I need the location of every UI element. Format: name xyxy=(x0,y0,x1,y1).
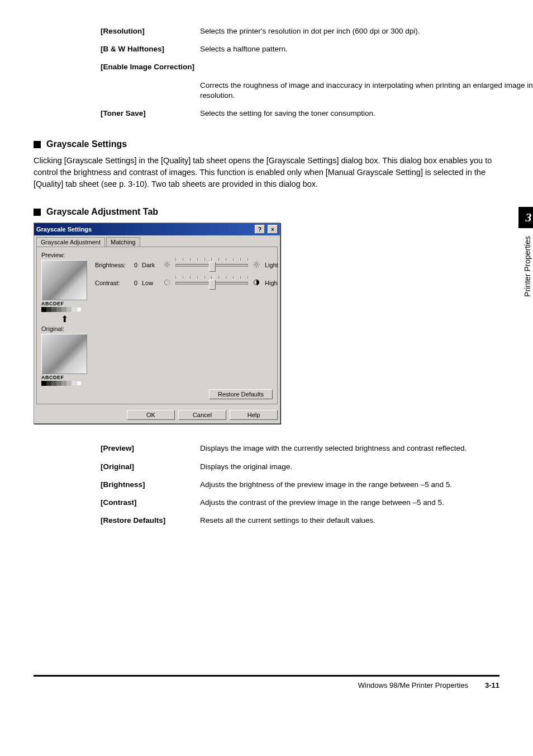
definition-row: [Brightness]Adjusts the brightness of th… xyxy=(101,476,533,494)
section-grayscale-settings: Grayscale Settings xyxy=(34,139,499,149)
svg-line-5 xyxy=(165,262,165,263)
contrast-slider[interactable] xyxy=(175,277,248,289)
top-definition-table: [Resolution]Selects the printer's resolu… xyxy=(101,22,533,122)
definition-row: [Resolution]Selects the printer's resolu… xyxy=(101,22,533,40)
definition-desc: Adjusts the brightness of the preview im… xyxy=(200,476,533,494)
definition-term xyxy=(101,77,200,105)
close-icon[interactable]: × xyxy=(268,225,278,234)
contrast-value: 0 xyxy=(131,280,137,286)
svg-line-8 xyxy=(169,262,169,263)
definition-term: [Brightness] xyxy=(101,476,200,494)
restore-defaults-button[interactable]: Restore Defaults xyxy=(209,389,273,399)
original-label: Original: xyxy=(41,325,87,332)
definition-desc: Displays the original image. xyxy=(200,458,533,476)
svg-point-9 xyxy=(255,263,258,266)
bottom-definition-table: [Preview]Displays the image with the cur… xyxy=(101,440,533,530)
svg-point-0 xyxy=(166,263,169,266)
definition-desc: Selects a halftone pattern. xyxy=(200,40,533,58)
svg-line-17 xyxy=(258,262,259,263)
dialog-title: Grayscale Settings xyxy=(36,226,92,233)
ok-button[interactable]: OK xyxy=(127,410,175,420)
preview-palette xyxy=(41,307,87,312)
contrast-high-icon xyxy=(253,278,260,287)
preview-thumbnail xyxy=(41,260,87,300)
definition-term: [Original] xyxy=(101,458,200,476)
help-icon[interactable]: ? xyxy=(255,225,265,234)
contrast-label: Contrast: xyxy=(95,280,126,286)
grayscale-settings-dialog: Grayscale Settings ? × Grayscale Adjustm… xyxy=(34,223,280,424)
original-sample-text: ABCDEF xyxy=(41,375,87,380)
tab-matching[interactable]: Matching xyxy=(106,237,140,247)
svg-line-7 xyxy=(165,266,165,267)
footer-text: Windows 98/Me Printer Properties xyxy=(358,681,468,689)
brightness-label: Brightness: xyxy=(95,262,126,268)
definition-term: [Contrast] xyxy=(101,494,200,512)
brightness-value: 0 xyxy=(131,262,137,268)
cancel-button[interactable]: Cancel xyxy=(178,410,226,420)
original-thumbnail xyxy=(41,334,87,374)
definition-desc: Corrects the roughness of image and inac… xyxy=(200,77,533,105)
svg-line-15 xyxy=(258,266,259,267)
definition-term: [B & W Halftones] xyxy=(101,40,200,58)
definition-term: [Toner Save] xyxy=(101,105,200,122)
definition-term: [Restore Defaults] xyxy=(101,512,200,530)
definition-row: [B & W Halftones]Selects a halftone patt… xyxy=(101,40,533,58)
help-button[interactable]: Help xyxy=(230,410,278,420)
section-grayscale-adjustment: Grayscale Adjustment Tab xyxy=(34,207,499,217)
page-footer: Windows 98/Me Printer Properties 3-11 xyxy=(34,675,499,689)
contrast-low-label: Low xyxy=(142,280,159,286)
tab-grayscale-adjustment[interactable]: Grayscale Adjustment xyxy=(36,237,105,247)
svg-line-16 xyxy=(254,266,255,267)
definition-term: [Enable Image Correction] xyxy=(101,58,200,76)
contrast-high-label: High xyxy=(265,280,282,286)
preview-label: Preview: xyxy=(41,252,87,258)
definition-desc: Adjusts the contrast of the preview imag… xyxy=(200,494,533,512)
section-body: Clicking [Grayscale Settings] in the [Qu… xyxy=(34,155,499,190)
sun-light-icon xyxy=(253,261,260,270)
sun-dark-icon xyxy=(163,261,171,270)
definition-desc: Selects the printer's resolution in dot … xyxy=(200,22,533,40)
definition-row: Corrects the roughness of image and inac… xyxy=(101,77,533,105)
definition-desc: Resets all the current settings to their… xyxy=(200,512,533,530)
chapter-number: 3 xyxy=(518,207,533,228)
original-palette xyxy=(41,381,87,386)
svg-line-14 xyxy=(254,262,255,263)
definition-desc: Displays the image with the currently se… xyxy=(200,440,533,457)
definition-row: [Enable Image Correction] xyxy=(101,58,533,76)
brightness-high-label: Light xyxy=(265,262,282,268)
dialog-titlebar: Grayscale Settings ? × xyxy=(34,223,280,235)
contrast-low-icon xyxy=(163,278,171,287)
definition-term: [Resolution] xyxy=(101,22,200,40)
up-arrow-icon: ⬆ xyxy=(41,314,87,324)
brightness-low-label: Dark xyxy=(142,262,159,268)
brightness-slider[interactable] xyxy=(175,259,248,271)
chapter-label: Printer Properties xyxy=(518,228,533,305)
definition-row: [Contrast]Adjusts the contrast of the pr… xyxy=(101,494,533,512)
definition-row: [Original]Displays the original image. xyxy=(101,458,533,476)
chapter-tab: 3 Printer Properties xyxy=(518,207,533,305)
preview-sample-text: ABCDEF xyxy=(41,301,87,306)
bullet-square-icon xyxy=(34,209,41,216)
definition-desc xyxy=(200,58,533,76)
footer-page-number: 3-11 xyxy=(485,681,499,689)
definition-row: [Toner Save]Selects the setting for savi… xyxy=(101,105,533,122)
svg-line-6 xyxy=(169,266,169,267)
definition-desc: Selects the setting for saving the toner… xyxy=(200,105,533,122)
definition-term: [Preview] xyxy=(101,440,200,457)
bullet-square-icon xyxy=(34,141,41,148)
definition-row: [Preview]Displays the image with the cur… xyxy=(101,440,533,457)
definition-row: [Restore Defaults]Resets all the current… xyxy=(101,512,533,530)
section-title: Grayscale Adjustment Tab xyxy=(46,207,158,217)
section-title: Grayscale Settings xyxy=(46,139,127,149)
